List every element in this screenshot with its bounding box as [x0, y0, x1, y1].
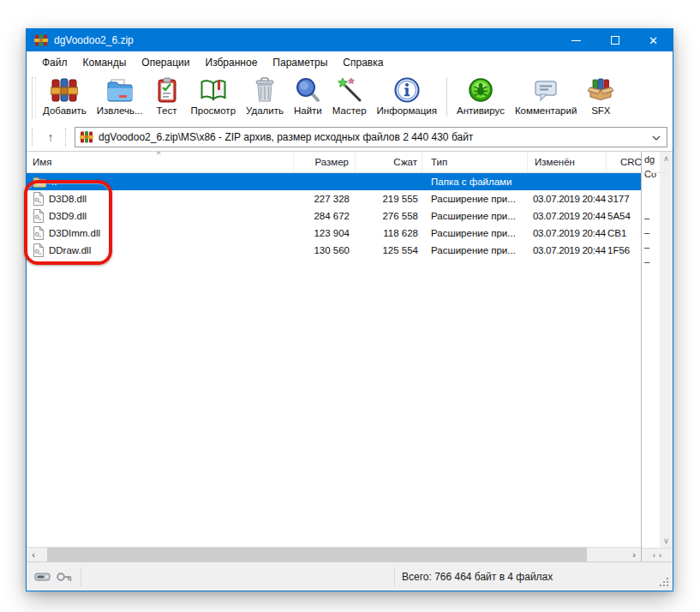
view-book-icon — [200, 76, 227, 104]
menu-options[interactable]: Параметры — [265, 53, 335, 72]
archive-path-text: dgVoodoo2_6.zip\MS\x86 - ZIP архив, разм… — [99, 131, 652, 143]
winrar-window: dgVoodoo2_6.zip ✕ Файл Команды Операции … — [26, 28, 673, 591]
file-type: Расширение при... — [422, 207, 528, 225]
file-crc — [607, 173, 641, 190]
sfx-box-icon — [587, 76, 614, 104]
file-size — [294, 173, 356, 190]
menu-operations[interactable]: Операции — [134, 53, 197, 72]
view-button-label: Просмотр — [191, 105, 236, 116]
file-modified: 03.07.2019 20:44 — [528, 190, 607, 207]
toolbar-separator — [446, 77, 447, 117]
address-gripper[interactable] — [32, 128, 36, 147]
info-button-label: Информация — [377, 105, 437, 116]
wizard-wand-icon — [336, 76, 363, 104]
test-clipboard-icon — [153, 76, 181, 104]
test-button-label: Тест — [157, 105, 177, 116]
comment-text: dg Co – – – – — [642, 152, 660, 548]
menu-commands[interactable]: Команды — [75, 53, 135, 72]
archive-comment-pane: dg Co – – – – ∧ ∨ ‹ — [642, 152, 673, 561]
file-crc: 1F56 — [607, 242, 641, 259]
comment-button[interactable]: Комментарий — [510, 73, 582, 116]
file-size: 284 672 — [294, 207, 356, 225]
column-header-modified[interactable]: Изменён — [528, 152, 607, 172]
table-row[interactable]: D3D9.dll 284 672 276 558 Расширение при.… — [27, 207, 641, 225]
maximize-icon — [611, 36, 619, 45]
antivirus-bug-icon — [467, 76, 494, 104]
comment-button-label: Комментарий — [515, 105, 577, 116]
file-type: Расширение при... — [422, 225, 528, 242]
scroll-left-icon[interactable]: ‹ — [653, 551, 655, 560]
wizard-button[interactable]: Мастер — [327, 73, 372, 116]
file-packed: 276 558 — [356, 207, 422, 225]
delete-button[interactable]: Удалить — [241, 73, 289, 116]
table-row[interactable]: D3D8.dll 227 328 219 555 Расширение при.… — [27, 190, 641, 207]
file-packed — [356, 173, 422, 190]
column-header-size[interactable]: Размер — [294, 152, 356, 172]
close-icon: ✕ — [649, 35, 658, 46]
scrollbar-track[interactable] — [40, 548, 627, 561]
find-button[interactable]: Найти — [289, 73, 327, 116]
test-button[interactable]: Тест — [148, 73, 186, 116]
table-row-parent-dir[interactable]: .. Папка с файлами — [27, 173, 641, 190]
maximize-button[interactable] — [595, 29, 634, 51]
column-header-crc[interactable]: CRC — [607, 152, 667, 172]
file-type: Папка с файлами — [422, 173, 528, 190]
column-header-packed[interactable]: Сжат — [356, 152, 422, 172]
desktop-background: dgVoodoo2_6.zip ✕ Файл Команды Операции … — [0, 0, 700, 612]
file-modified: 03.07.2019 20:44 — [528, 242, 607, 259]
file-list-pane: ^ Имя Размер Сжат Тип Изменён CRC — [27, 152, 642, 561]
comment-bubble-icon — [532, 76, 559, 104]
delete-trash-icon — [251, 76, 278, 104]
minimize-icon — [571, 40, 581, 41]
scroll-down-icon[interactable]: ∨ — [663, 537, 669, 545]
close-button[interactable]: ✕ — [634, 29, 673, 51]
winrar-logo-icon — [34, 33, 48, 47]
sfx-button[interactable]: SFX — [582, 73, 619, 116]
extract-button[interactable]: Извлечь... — [92, 73, 148, 116]
archive-path-combobox[interactable]: dgVoodoo2_6.zip\MS\x86 - ZIP архив, разм… — [75, 127, 667, 147]
table-row[interactable]: D3DImm.dll 123 904 118 628 Расширение пр… — [27, 225, 641, 242]
comment-horizontal-scrollbar[interactable]: ‹ › — [642, 548, 673, 561]
file-size: 123 904 — [294, 225, 356, 242]
menu-bar: Файл Команды Операции Избранное Параметр… — [27, 51, 673, 73]
table-row[interactable]: DDraw.dll 130 560 125 554 Расширение при… — [27, 242, 641, 259]
resize-grip-icon[interactable] — [660, 578, 669, 587]
scroll-right-icon[interactable]: › — [659, 551, 661, 560]
add-button[interactable]: Добавить — [38, 73, 92, 116]
disk-icon[interactable] — [34, 571, 51, 583]
scroll-right-icon[interactable]: › — [627, 549, 641, 561]
status-total-text: Всего: 766 464 байт в 4 файлах — [395, 571, 553, 583]
menu-help[interactable]: Справка — [335, 53, 391, 72]
file-packed: 118 628 — [356, 225, 422, 242]
scroll-left-icon[interactable]: ‹ — [27, 549, 40, 561]
dropdown-chevron-icon[interactable] — [652, 131, 661, 143]
column-header-type[interactable]: Тип — [422, 152, 528, 172]
file-size: 130 560 — [294, 242, 356, 259]
scrollbar-thumb[interactable] — [47, 548, 587, 561]
wizard-button-label: Мастер — [332, 105, 367, 116]
file-size: 227 328 — [294, 190, 356, 207]
red-highlight-annotation — [24, 180, 112, 265]
status-bar: Всего: 766 464 байт в 4 файлах — [27, 562, 673, 591]
comment-vertical-scrollbar[interactable]: ∧ ∨ — [660, 152, 673, 548]
file-crc: CB1 — [607, 225, 641, 242]
info-button[interactable]: Информация — [372, 73, 442, 116]
up-arrow-icon: ↑ — [48, 130, 54, 144]
file-list: .. Папка с файлами — [27, 173, 641, 547]
file-type: Расширение при... — [422, 242, 528, 259]
toolbar-gripper[interactable] — [32, 77, 36, 118]
file-modified: 03.07.2019 20:44 — [528, 225, 607, 242]
key-icon[interactable] — [56, 571, 72, 583]
minimize-button[interactable] — [557, 29, 595, 51]
antivirus-button-label: Антивирус — [457, 105, 505, 116]
file-crc: 5A54 — [607, 207, 641, 225]
view-button[interactable]: Просмотр — [186, 73, 242, 116]
menu-favorites[interactable]: Избранное — [198, 53, 266, 72]
up-directory-button[interactable]: ↑ — [38, 127, 63, 147]
menu-file[interactable]: Файл — [34, 53, 75, 72]
antivirus-button[interactable]: Антивирус — [452, 73, 510, 116]
title-bar[interactable]: dgVoodoo2_6.zip ✕ — [27, 29, 673, 51]
horizontal-scrollbar[interactable]: ‹ › — [27, 547, 641, 561]
file-packed: 125 554 — [356, 242, 422, 259]
address-gripper2[interactable] — [65, 128, 69, 147]
